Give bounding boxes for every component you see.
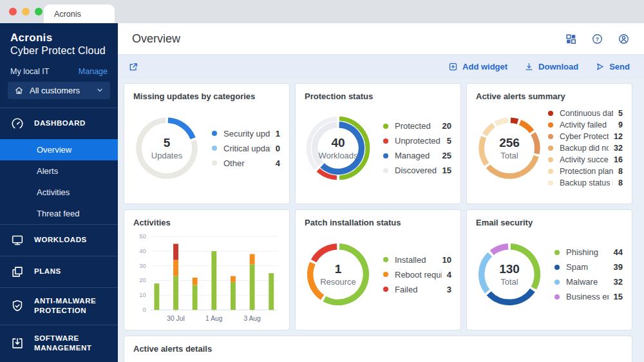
manage-link[interactable]: Manage bbox=[79, 67, 108, 76]
svg-text:1 Aug: 1 Aug bbox=[205, 315, 223, 322]
legend-value: 8 bbox=[618, 167, 623, 176]
legend-label: Discovered bbox=[395, 166, 437, 175]
legend-label: Installed bbox=[395, 255, 437, 265]
widget-title: Activities bbox=[133, 218, 280, 227]
widget-legend: Security updates1Critical updates0Other4 bbox=[212, 124, 280, 173]
bar-chart-svg: 0102030405030 Jul1 Aug3 Aug bbox=[133, 229, 280, 327]
sidebar-item-software-management[interactable]: SOFTWARE MANAGEMENT bbox=[0, 325, 118, 362]
dashboard-content: Missing updates by categories 5 Updates … bbox=[118, 79, 644, 362]
donut-svg bbox=[305, 241, 372, 308]
legend-label: Business email co... bbox=[566, 292, 609, 301]
send-icon bbox=[595, 62, 605, 71]
acronis-logo: Acronis Cyber Protect Cloud bbox=[0, 23, 118, 59]
sidebar-item-dashboard[interactable]: DASHBOARD bbox=[0, 108, 118, 139]
plans-icon bbox=[10, 265, 24, 279]
legend-dot-icon bbox=[383, 287, 388, 292]
customer-selector-value: All customers bbox=[30, 86, 80, 95]
send-button[interactable]: Send bbox=[595, 62, 630, 71]
legend-value: 9 bbox=[618, 120, 623, 129]
apps-grid-icon[interactable] bbox=[565, 33, 577, 45]
chevron-down-icon bbox=[96, 86, 104, 94]
legend-label: Reboot required bbox=[395, 270, 442, 280]
widget-title: Missing updates by categories bbox=[133, 91, 280, 101]
shield-check-icon bbox=[10, 299, 24, 313]
legend-label: Backup status is un... bbox=[560, 178, 613, 187]
legend-row: Security updates1 bbox=[212, 129, 280, 138]
customer-selector[interactable]: All customers bbox=[8, 82, 110, 99]
widget-active-alerts-details: Active alerts details bbox=[124, 336, 632, 362]
legend-label: Activity failed bbox=[560, 120, 613, 129]
legend-dot-icon bbox=[548, 157, 553, 162]
legend-row: Managed25 bbox=[383, 151, 451, 160]
legend-row: Reboot required4 bbox=[383, 270, 451, 280]
legend-dot-icon bbox=[212, 146, 217, 151]
dashboard-toolbar: Add widget Download Send bbox=[118, 55, 644, 79]
open-in-new-window-icon[interactable] bbox=[128, 62, 138, 72]
account-icon[interactable] bbox=[618, 33, 630, 45]
legend-dot-icon bbox=[212, 131, 217, 136]
donut-chart: 1 Resource bbox=[305, 241, 372, 308]
legend-label: Backup did not st... bbox=[560, 144, 609, 153]
legend-row: Protection plan con...8 bbox=[548, 167, 623, 176]
legend-row: Activity failed9 bbox=[548, 120, 623, 129]
legend-dot-icon bbox=[554, 250, 560, 255]
legend-value: 0 bbox=[276, 144, 280, 153]
legend-row: Protected20 bbox=[383, 121, 451, 131]
logo-line-1: Acronis bbox=[10, 32, 108, 44]
widget-legend: Installed10Reboot required4Failed3 bbox=[383, 250, 451, 300]
legend-row: Business email co...15 bbox=[554, 292, 623, 301]
sidebar-item-overview[interactable]: Overview bbox=[0, 139, 118, 160]
sidebar-item-threat-feed[interactable]: Threat feed bbox=[0, 203, 118, 224]
legend-value: 5 bbox=[618, 109, 623, 118]
page-header: Overview ? bbox=[118, 23, 644, 55]
browser-tab[interactable]: Acronis bbox=[44, 5, 115, 23]
legend-dot-icon bbox=[554, 265, 560, 270]
legend-row: Phishing44 bbox=[554, 247, 623, 257]
download-button[interactable]: Download bbox=[524, 62, 578, 71]
legend-row: Critical updates0 bbox=[212, 144, 280, 153]
legend-row: Backup did not st...32 bbox=[548, 144, 623, 153]
legend-label: Protection plan con... bbox=[560, 167, 613, 176]
svg-text:10: 10 bbox=[139, 292, 146, 298]
sidebar-item-label: ANTI-MALWARE PROTECTION bbox=[34, 296, 106, 316]
widget-title: Email security bbox=[476, 218, 623, 227]
sidebar-item-plans[interactable]: PLANS bbox=[0, 256, 118, 287]
logo-line-2: Cyber Protect Cloud bbox=[10, 45, 108, 57]
widget-title: Protection status bbox=[305, 91, 451, 101]
add-widget-button[interactable]: Add widget bbox=[448, 62, 507, 71]
legend-dot-icon bbox=[383, 153, 388, 158]
svg-text:40: 40 bbox=[139, 248, 146, 254]
legend-label: Other bbox=[223, 158, 270, 168]
sidebar-item-activities[interactable]: Activities bbox=[0, 182, 118, 203]
widget-title: Active alerts details bbox=[133, 344, 623, 354]
sidebar-item-alerts[interactable]: Alerts bbox=[0, 160, 118, 182]
window-zoom-button[interactable] bbox=[35, 8, 43, 15]
window-close-button[interactable] bbox=[9, 8, 17, 15]
legend-dot-icon bbox=[548, 180, 553, 186]
widget-title: Active alerts summary bbox=[476, 91, 623, 101]
legend-dot-icon bbox=[548, 122, 553, 128]
window-minimize-button[interactable] bbox=[22, 8, 30, 15]
software-box-icon bbox=[10, 336, 24, 350]
gauge-icon bbox=[10, 117, 24, 131]
legend-value: 32 bbox=[614, 277, 623, 287]
sidebar-item-anti-malware[interactable]: ANTI-MALWARE PROTECTION bbox=[0, 288, 118, 325]
widget-title: Patch installation status bbox=[305, 218, 451, 227]
legend-label: Security updates bbox=[223, 129, 270, 138]
legend-row: Cyber Protection s...12 bbox=[548, 132, 623, 141]
help-icon[interactable]: ? bbox=[591, 33, 603, 45]
legend-label: Phishing bbox=[566, 247, 609, 257]
legend-value: 1 bbox=[276, 129, 280, 138]
svg-text:0: 0 bbox=[142, 307, 146, 313]
donut-chart: 256 Total bbox=[476, 115, 543, 182]
legend-label: Malware bbox=[566, 277, 609, 287]
donut-chart: 5 Updates bbox=[133, 115, 200, 182]
sidebar-item-label: PLANS bbox=[34, 267, 61, 277]
sidebar-item-workloads[interactable]: WORKLOADS bbox=[0, 225, 118, 256]
svg-text:20: 20 bbox=[139, 277, 146, 283]
widget-legend: Phishing44Spam39Malware32Business email … bbox=[554, 242, 623, 307]
legend-value: 44 bbox=[614, 247, 623, 257]
browser-chrome: Acronis bbox=[0, 0, 644, 23]
browser-tab-title: Acronis bbox=[54, 10, 81, 19]
legend-dot-icon bbox=[554, 294, 560, 300]
